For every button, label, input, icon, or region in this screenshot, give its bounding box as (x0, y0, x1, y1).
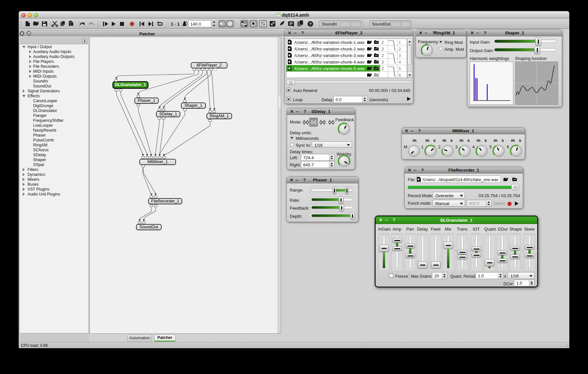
svg-text:?: ? (309, 22, 312, 27)
